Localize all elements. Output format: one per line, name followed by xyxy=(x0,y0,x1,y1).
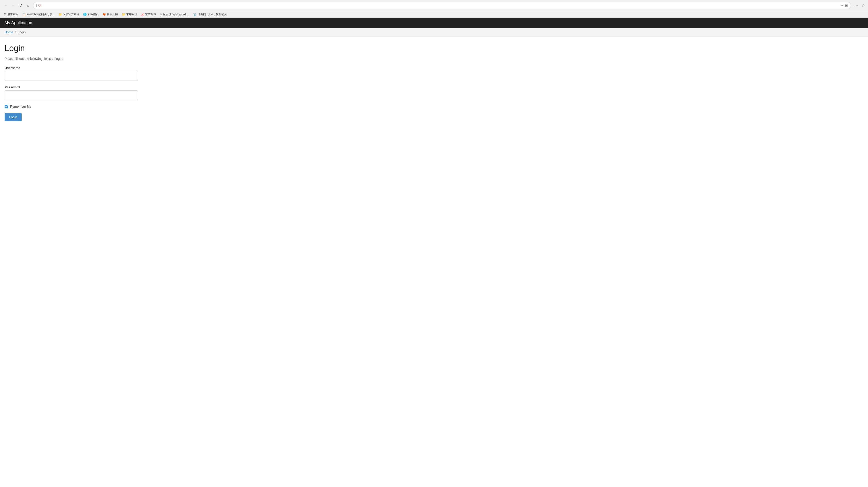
bookmark-purchase[interactable]: 📋 wwwnbcc的购买记录... xyxy=(21,12,56,17)
main-content: Login Please fill out the following fiel… xyxy=(0,37,161,128)
breadcrumb-container: Home / Login xyxy=(0,28,868,37)
address-bar[interactable]: ℹ 🛡 admin.yii2.ccc/index.php?r=site%2Flo… xyxy=(33,2,851,9)
forward-button[interactable]: → xyxy=(10,2,17,9)
bookmark-newtab-label: 新标签页 xyxy=(88,12,99,16)
remember-me-label[interactable]: Remember Me xyxy=(10,105,31,108)
home-button[interactable]: ⌂ xyxy=(25,2,31,9)
password-group: Password xyxy=(5,85,156,100)
bookmark-firefox-icon: 📁 xyxy=(58,13,62,16)
bookmark-jd-icon: JD xyxy=(141,13,144,16)
back-button[interactable]: ← xyxy=(3,2,9,9)
bookmark-jd-label: 京东商城 xyxy=(145,12,156,16)
bookmark-firefox-label: 火狐官方站点 xyxy=(63,12,79,16)
bookmark-beginner-icon: 🦊 xyxy=(102,13,106,16)
bookmark-newtab-icon: 🌐 xyxy=(83,13,87,16)
info-icon: ℹ xyxy=(36,4,37,7)
security-icon: 🛡 xyxy=(38,4,41,7)
bookmark-common[interactable]: 📁 常用网址 xyxy=(120,12,138,17)
bookmark-common-icon: 📁 xyxy=(122,13,125,16)
bookmark-frequent-icon: ⚙ xyxy=(4,13,6,16)
url-input[interactable]: admin.yii2.ccc/index.php?r=site%2Flogin xyxy=(42,4,839,7)
login-form: Username Password Remember Me Login xyxy=(5,66,156,121)
breadcrumb: Home / Login xyxy=(5,30,863,34)
toolbar-right: ⋯ ☆ xyxy=(853,3,865,8)
breadcrumb-current: Login xyxy=(18,30,26,34)
page-title: Login xyxy=(5,44,156,53)
reload-button[interactable]: ↺ xyxy=(18,2,24,9)
app-navbar: My Application xyxy=(0,18,868,28)
bookmark-button[interactable]: ☆ xyxy=(862,3,865,8)
browser-chrome: ← → ↺ ⌂ ℹ 🛡 admin.yii2.ccc/index.php?r=s… xyxy=(0,0,868,18)
bookmark-purchase-icon: 📋 xyxy=(22,13,26,16)
bookmark-firefox[interactable]: 📁 火狐官方站点 xyxy=(57,12,81,17)
nav-buttons: ← → ↺ ⌂ xyxy=(3,2,31,9)
browser-toolbar: ← → ↺ ⌂ ℹ 🛡 admin.yii2.ccc/index.php?r=s… xyxy=(0,0,868,11)
address-bar-right: ▼ ⊞ xyxy=(840,3,848,8)
remember-me-checkbox[interactable] xyxy=(5,105,8,108)
breadcrumb-separator: / xyxy=(15,30,16,34)
remember-me-row: Remember Me xyxy=(5,105,156,108)
form-description: Please fill out the following fields to … xyxy=(5,57,156,60)
bookmark-csdn-label: http://img.blog.csdn... xyxy=(163,13,189,16)
bookmark-csdn-icon: ✕ xyxy=(160,13,162,16)
username-group: Username xyxy=(5,66,156,81)
bookmark-newtab[interactable]: 🌐 新标签页 xyxy=(82,12,100,17)
bookmark-beginner[interactable]: 🦊 新手上路 xyxy=(101,12,119,17)
password-input[interactable] xyxy=(5,90,138,100)
bookmark-cnblogs-label: 博客园_流风，飘然的风 xyxy=(198,12,227,16)
page-content: My Application Home / Login Login Please… xyxy=(0,18,868,128)
password-label: Password xyxy=(5,85,156,89)
breadcrumb-home-link[interactable]: Home xyxy=(5,30,13,34)
username-label: Username xyxy=(5,66,156,70)
bookmark-frequent-label: 最常访问 xyxy=(7,12,19,16)
username-input[interactable] xyxy=(5,71,138,81)
bookmark-jd[interactable]: JD 京东商城 xyxy=(140,12,157,17)
bookmark-common-label: 常用网址 xyxy=(126,12,137,16)
bookmark-purchase-label: wwwnbcc的购买记录... xyxy=(27,12,55,16)
qr-icon[interactable]: ⊞ xyxy=(845,3,848,8)
login-button[interactable]: Login xyxy=(5,113,22,121)
bookmark-beginner-label: 新手上路 xyxy=(107,12,118,16)
bookmark-cnblogs[interactable]: 📡 博客园_流风，飘然的风 xyxy=(192,12,228,17)
dropdown-icon[interactable]: ▼ xyxy=(840,4,844,7)
address-bar-icons: ℹ 🛡 xyxy=(36,4,41,7)
bookmark-frequent[interactable]: ⚙ 最常访问 xyxy=(2,12,20,17)
app-brand: My Application xyxy=(5,21,32,25)
bookmarks-bar: ⚙ 最常访问 📋 wwwnbcc的购买记录... 📁 火狐官方站点 🌐 新标签页… xyxy=(0,11,868,18)
bookmark-csdn[interactable]: ✕ http://img.blog.csdn... xyxy=(158,12,191,17)
menu-button[interactable]: ⋯ xyxy=(853,3,860,8)
bookmark-cnblogs-icon: 📡 xyxy=(193,13,197,16)
